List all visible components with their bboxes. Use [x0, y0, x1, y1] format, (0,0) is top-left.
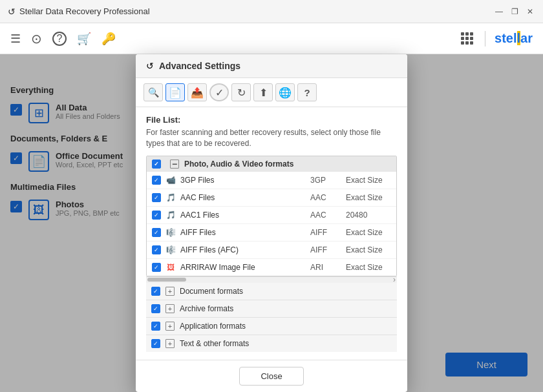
help-icon[interactable]: ? [52, 32, 67, 46]
tool-file-doc-button[interactable]: 📄 [165, 83, 185, 101]
table-row[interactable]: ✓ 🖼 ARRIRAW Image File ARI Exact Size [147, 259, 396, 276]
titlebar: ↺ Stellar Data Recovery Professional — ❐… [0, 0, 543, 23]
archive-formats-group[interactable]: ✓ + Archive formats [146, 300, 397, 318]
photo-group-checkbox[interactable]: ✓ [152, 160, 161, 169]
row-checkbox-aac1[interactable]: ✓ [152, 211, 161, 220]
application-formats-group[interactable]: ✓ + Application formats [146, 318, 397, 335]
document-formats-checkbox[interactable]: ✓ [151, 287, 160, 296]
row-size-aac: Exact Size [346, 193, 391, 202]
row-icon-arriraw: 🖼 [165, 262, 176, 273]
row-icon-aac: 🎵 [165, 192, 176, 203]
document-formats-group[interactable]: ✓ + Document formats [146, 283, 397, 300]
text-formats-header[interactable]: ✓ + Text & other formats [146, 335, 397, 352]
history-icon[interactable]: ⊙ [31, 31, 42, 46]
row-name-aiff: AIFF Files [180, 228, 310, 237]
application-formats-label: Application formats [180, 322, 246, 331]
text-formats-label: Text & other formats [180, 339, 249, 348]
row-name-3gp: 3GP Files [180, 176, 310, 185]
photo-group-label: Photo, Audio & Video formats [184, 160, 293, 169]
photo-group-header[interactable]: ✓ − Photo, Audio & Video formats [147, 156, 396, 172]
modal-footer: Close [136, 360, 407, 392]
row-name-aac1: AAC1 Files [180, 211, 310, 220]
titlebar-title-text: Stellar Data Recovery Professional [19, 6, 150, 16]
row-size-3gp: Exact Size [346, 176, 391, 185]
document-formats-header[interactable]: ✓ + Document formats [146, 283, 397, 300]
row-checkbox-aac[interactable]: ✓ [152, 193, 161, 202]
modal-header: ↺ Advanced Settings [136, 54, 407, 78]
text-formats-expand-icon[interactable]: + [165, 339, 175, 348]
toolbar-divider [485, 31, 485, 46]
text-formats-checkbox[interactable]: ✓ [151, 339, 160, 348]
table-row[interactable]: ✓ 🎼 AIFF Files AIFF Exact Size [147, 224, 396, 242]
advanced-settings-dialog: ↺ Advanced Settings 🔍 📄 📤 ✓ ↻ ⬆ 🌐 ? File… [136, 54, 407, 392]
archive-formats-checkbox[interactable]: ✓ [151, 304, 160, 313]
h-scroll-right-arrow[interactable]: › [393, 275, 396, 284]
file-list-desc: For faster scanning and better recovery … [146, 127, 397, 149]
modal-title: Advanced Settings [159, 61, 240, 71]
row-ext-aiff-afc: AIFF [310, 245, 346, 254]
row-ext-aiff: AIFF [310, 228, 346, 237]
row-size-aiff-afc: Exact Size [346, 245, 391, 254]
table-row[interactable]: ✓ 📹 3GP Files 3GP Exact Size [147, 172, 396, 189]
row-icon-aiff: 🎼 [165, 227, 176, 238]
tool-globe-button[interactable]: 🌐 [275, 83, 295, 101]
archive-formats-expand-icon[interactable]: + [165, 304, 175, 313]
document-formats-expand-icon[interactable]: + [165, 287, 175, 296]
file-list-label: File List: [146, 115, 397, 125]
modal-toolbar: 🔍 📄 📤 ✓ ↻ ⬆ 🌐 ? [136, 78, 407, 107]
modal-overlay: ↺ Advanced Settings 🔍 📄 📤 ✓ ↻ ⬆ 🌐 ? File… [0, 54, 543, 392]
archive-formats-header[interactable]: ✓ + Archive formats [146, 300, 397, 317]
cart-icon[interactable]: 🛒 [77, 32, 91, 46]
row-name-arriraw: ARRIRAW Image File [180, 263, 310, 272]
row-checkbox-aiff[interactable]: ✓ [152, 228, 161, 237]
tool-refresh-button[interactable]: ↻ [231, 83, 251, 101]
close-button[interactable]: Close [239, 367, 303, 386]
table-row[interactable]: ✓ 🎼 AIFF Files (AFC) AIFF Exact Size [147, 242, 396, 259]
text-formats-group[interactable]: ✓ + Text & other formats [146, 335, 397, 352]
toolbar-right: stellar [461, 31, 533, 46]
titlebar-title: ↺ Stellar Data Recovery Professional [8, 6, 150, 17]
key-icon[interactable]: 🔑 [101, 32, 116, 46]
archive-formats-label: Archive formats [180, 304, 233, 313]
tool-upload-button[interactable]: ⬆ [253, 83, 273, 101]
table-row[interactable]: ✓ 🎵 AAC1 Files AAC 20480 [147, 207, 396, 224]
titlebar-controls: — ❐ ✕ [494, 6, 535, 17]
menu-icon[interactable]: ☰ [10, 32, 21, 46]
apps-grid-icon[interactable] [461, 32, 473, 45]
application-formats-expand-icon[interactable]: + [165, 322, 175, 331]
close-button[interactable]: ✕ [525, 6, 535, 17]
row-icon-aiff-afc: 🎼 [165, 244, 176, 256]
tool-file-out-button[interactable]: 📤 [187, 83, 207, 101]
row-checkbox-3gp[interactable]: ✓ [152, 176, 161, 185]
row-name-aiff-afc: AIFF Files (AFC) [180, 245, 310, 254]
h-scroll-thumb[interactable] [147, 278, 186, 282]
photo-group-collapse-icon[interactable]: − [170, 160, 179, 169]
document-formats-label: Document formats [180, 287, 243, 296]
file-table-container[interactable]: ✓ − Photo, Audio & Video formats ✓ 📹 3GP… [146, 156, 397, 276]
minimize-button[interactable]: — [494, 6, 504, 17]
row-checkbox-arriraw[interactable]: ✓ [152, 263, 161, 272]
tool-search-button[interactable]: 🔍 [144, 83, 163, 101]
row-ext-3gp: 3GP [310, 176, 346, 185]
titlebar-back-icon: ↺ [8, 6, 16, 17]
row-icon-3gp: 📹 [165, 174, 176, 186]
toolbar-left: ☰ ⊙ ? 🛒 🔑 [10, 31, 116, 46]
application-formats-header[interactable]: ✓ + Application formats [146, 318, 397, 335]
tool-check-circle-button[interactable]: ✓ [209, 83, 229, 101]
row-ext-arriraw: ARI [310, 263, 346, 272]
row-size-aac1: 20480 [346, 211, 391, 220]
horizontal-scrollbar[interactable]: › [146, 276, 397, 283]
application-formats-checkbox[interactable]: ✓ [151, 322, 160, 331]
row-ext-aac1: AAC [310, 211, 346, 220]
row-ext-aac: AAC [310, 193, 346, 202]
modal-back-icon: ↺ [146, 61, 154, 71]
table-row[interactable]: ✓ 🎵 AAC Files AAC Exact Size [147, 189, 396, 207]
row-size-aiff: Exact Size [346, 228, 391, 237]
row-name-aac: AAC Files [180, 193, 310, 202]
row-checkbox-aiff-afc[interactable]: ✓ [152, 245, 161, 254]
restore-button[interactable]: ❐ [509, 6, 520, 17]
main-content: Select What To Recover Everything ⊞ All … [0, 54, 543, 392]
tool-question-button[interactable]: ? [297, 83, 317, 101]
modal-body: File List: For faster scanning and bette… [136, 107, 407, 360]
row-size-arriraw: Exact Size [346, 263, 391, 272]
